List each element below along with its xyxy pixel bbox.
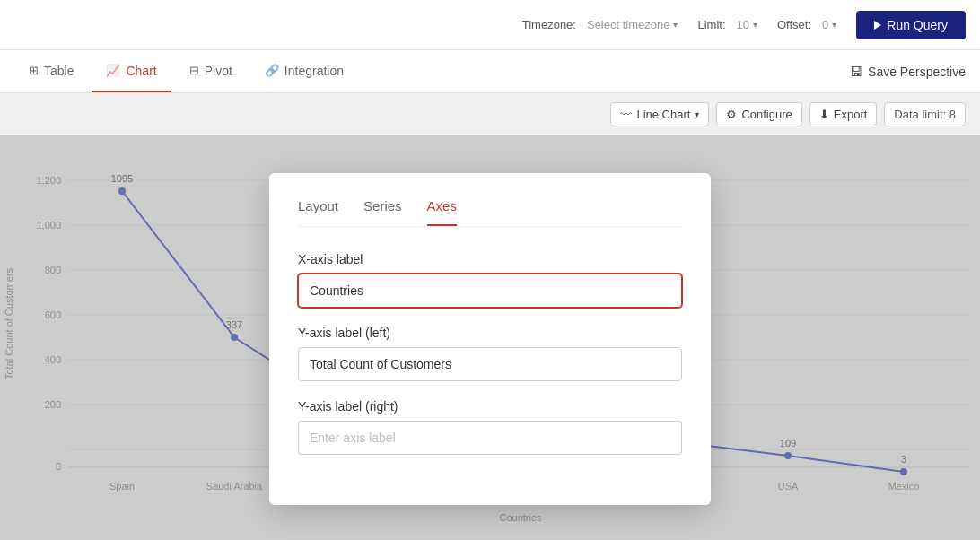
timezone-dropdown[interactable]: Select timezone ▾ xyxy=(582,14,684,35)
chevron-down-icon-limit: ▾ xyxy=(753,20,757,30)
chart-area: 1,200 1,000 800 600 400 200 0 Total Coun… xyxy=(0,135,980,540)
modal-tab-axes[interactable]: Axes xyxy=(427,198,457,226)
y-axis-left-input[interactable] xyxy=(298,347,682,381)
tab-bar: ⊞ Table 📈 Chart ⊟ Pivot 🔗 Integration 🖫 … xyxy=(0,50,980,93)
run-query-button[interactable]: Run Query xyxy=(856,11,966,39)
offset-label: Offset: xyxy=(777,18,811,31)
modal-tab-series[interactable]: Series xyxy=(363,198,402,226)
offset-group: Offset: 0 ▾ xyxy=(777,14,842,35)
chevron-down-icon-chart: ▾ xyxy=(695,109,699,119)
modal-tab-layout[interactable]: Layout xyxy=(298,198,338,226)
limit-label: Limit: xyxy=(697,18,725,31)
y-axis-right-form-group: Y-axis label (right) xyxy=(298,399,682,455)
pivot-icon: ⊟ xyxy=(189,64,199,77)
chart-toolbar: 〰 Line Chart ▾ ⚙ Configure ⬇ Export Data… xyxy=(0,93,980,135)
y-axis-right-label-text: Y-axis label (right) xyxy=(298,399,682,414)
data-limit-badge: Data limit: 8 xyxy=(884,102,966,126)
tab-chart[interactable]: 📈 Chart xyxy=(92,50,171,92)
tab-pivot-label: Pivot xyxy=(205,64,232,78)
configure-button[interactable]: ⚙ Configure xyxy=(716,102,801,126)
save-icon: 🖫 xyxy=(850,65,862,79)
modal-tabs: Layout Series Axes xyxy=(298,198,682,227)
y-axis-left-label-text: Y-axis label (left) xyxy=(298,326,682,340)
chart-icon: 📈 xyxy=(106,64,120,77)
y-axis-right-input[interactable] xyxy=(298,421,682,455)
tab-table-label: Table xyxy=(44,64,74,78)
tab-table[interactable]: ⊞ Table xyxy=(14,50,88,92)
export-button[interactable]: ⬇ Export xyxy=(809,102,878,126)
limit-group: Limit: 10 ▾ xyxy=(697,14,763,35)
modal-overlay: Layout Series Axes X-axis label Y-axis l… xyxy=(0,135,980,540)
configure-icon: ⚙ xyxy=(726,108,737,121)
timezone-group: Timezone: Select timezone ▾ xyxy=(522,14,684,35)
export-icon: ⬇ xyxy=(819,108,829,121)
chart-type-button[interactable]: 〰 Line Chart ▾ xyxy=(610,102,709,126)
play-icon xyxy=(874,21,881,30)
limit-dropdown[interactable]: 10 ▾ xyxy=(731,14,763,35)
axes-modal: Layout Series Axes X-axis label Y-axis l… xyxy=(269,173,711,505)
save-perspective-button[interactable]: 🖫 Save Perspective xyxy=(850,65,966,79)
x-axis-input[interactable] xyxy=(298,274,682,308)
x-axis-label-text: X-axis label xyxy=(298,252,682,266)
offset-dropdown[interactable]: 0 ▾ xyxy=(817,14,842,35)
x-axis-form-group: X-axis label xyxy=(298,252,682,308)
timezone-label: Timezone: xyxy=(522,18,576,31)
tab-integration[interactable]: 🔗 Integration xyxy=(250,50,358,92)
tab-pivot[interactable]: ⊟ Pivot xyxy=(175,50,247,92)
table-icon: ⊞ xyxy=(29,64,39,77)
top-bar: Timezone: Select timezone ▾ Limit: 10 ▾ … xyxy=(0,0,980,50)
link-icon: 🔗 xyxy=(265,64,279,77)
tab-integration-label: Integration xyxy=(284,64,344,78)
chevron-down-icon-offset: ▾ xyxy=(832,20,836,30)
line-chart-icon: 〰 xyxy=(620,108,632,121)
tab-chart-label: Chart xyxy=(126,64,156,78)
y-axis-left-form-group: Y-axis label (left) xyxy=(298,326,682,381)
chevron-down-icon: ▾ xyxy=(673,20,678,30)
